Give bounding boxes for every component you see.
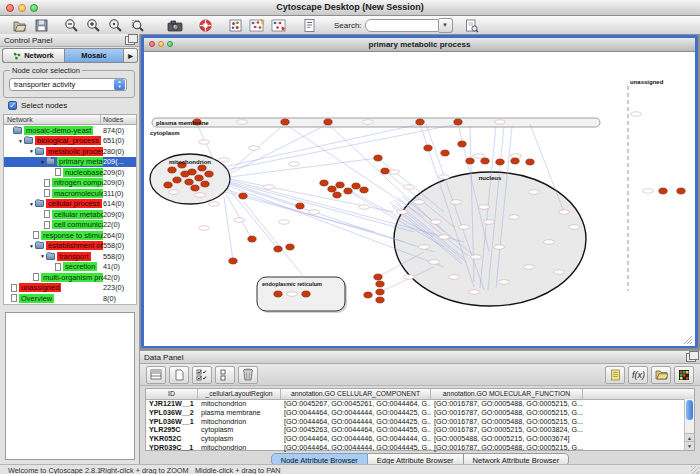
network-node[interactable] [302,291,310,297]
table-cell[interactable]: YPL036W__2 [146,409,198,418]
table-cell[interactable]: [GO:0044464, GO:0044444, GO:0044425, G..… [281,409,431,418]
tree-column-nodes[interactable]: Nodes [101,115,136,124]
annotation-icon[interactable] [298,17,320,33]
tree-item-label[interactable]: primary metabo [57,157,103,166]
tree-item-label[interactable]: nucleobase- [63,168,103,177]
column-header-id[interactable]: ID [146,389,198,399]
network-node[interactable] [191,185,199,191]
scroll-down-icon[interactable]: ▼ [685,441,694,450]
table-cell[interactable]: [GO:0005488, GO:0005215, GO:0003674] [431,435,583,444]
table-row[interactable]: YKR052Ccytoplasm[GO:0044464, GO:0044446,… [146,435,694,444]
network-node[interactable] [526,159,534,165]
node-color-select[interactable]: transporter activity ▲▼ [9,78,127,91]
table-cell[interactable]: [GO:0044464, GO:0044444, GO:0044425, G..… [281,418,431,427]
node-label[interactable] [451,200,462,204]
table-cell[interactable]: [GO:0044464, GO:0044446, GO:0044444, G..… [281,435,431,444]
tree-row[interactable]: ▼mosaic-demo-yeast874(0) [4,125,136,136]
tree-row[interactable]: nitrogen compo209(0) [4,178,136,189]
expand-triangle-icon[interactable]: ▼ [28,201,35,207]
tree-item-label[interactable]: multi-organism pro [41,273,103,282]
search-dropdown-icon[interactable]: ▼ [439,18,453,33]
node-label[interactable] [554,270,565,274]
network-node[interactable] [344,188,352,194]
table-cell[interactable]: [GO:0044464, GO:0044444, GO:0044445, G..… [281,444,431,453]
node-label[interactable] [195,193,206,197]
network-node[interactable] [466,158,474,164]
network-node[interactable] [333,192,341,198]
tree-item-label[interactable]: biological_process [35,136,101,145]
node-label[interactable] [509,215,520,219]
network-node[interactable] [198,165,206,171]
node-label[interactable] [479,205,490,209]
tree-row[interactable]: secretion41(0) [4,262,136,273]
select-nodes-checkbox[interactable]: ✓ [8,101,17,110]
table-cell[interactable]: [GO:0016787, GO:0005488, GO:0005215, G..… [431,400,583,409]
node-label[interactable] [449,275,460,279]
network-node[interactable] [374,155,382,161]
node-label[interactable] [419,245,430,249]
tree-row[interactable]: ▼primary metabo209(... [4,157,136,168]
tree-item-label[interactable]: Overview [19,294,54,303]
node-label[interactable] [404,275,415,279]
table-cell[interactable]: [GO:0045263, GO:0044464, GO:0044455, G..… [281,426,431,435]
edge[interactable] [226,194,252,239]
node-label[interactable] [404,185,415,189]
tab-mosaic[interactable]: Mosaic [64,48,124,63]
table-cell[interactable]: mitochondrion [198,400,281,409]
node-label[interactable] [643,189,654,193]
table-cell[interactable]: YLR295C [146,426,198,435]
tree-item-label[interactable]: metabolic process [46,147,103,156]
tree-row[interactable]: ▼establishment of lo558(0) [4,241,136,252]
birdseye-view[interactable] [5,312,135,460]
node-label[interactable] [234,218,245,222]
expand-triangle-icon[interactable]: ▼ [17,138,24,144]
table-cell[interactable]: [GO:0016787, GO:0005488, GO:0005215, G..… [431,409,583,418]
window-resize-grip[interactable] [691,466,699,474]
node-label[interactable] [494,245,505,249]
destroy-view-icon[interactable] [268,17,290,33]
tab-network[interactable]: Network [2,48,64,63]
node-label[interactable] [495,120,506,124]
snapshot-icon[interactable] [164,17,186,33]
node-label[interactable] [439,235,450,239]
node-label[interactable] [279,220,290,224]
network-node[interactable] [360,187,368,193]
tree-item-label[interactable]: secretion [63,262,97,271]
table-mode-icon[interactable] [146,366,166,384]
new-attribute-icon[interactable] [169,366,189,384]
tree-row[interactable]: ▼metabolic process280(0) [4,146,136,157]
table-row[interactable]: YJR121W__1mitochondrion[GO:0045267, GO:0… [146,400,694,409]
network-node[interactable] [364,292,372,298]
node-label[interactable] [169,190,180,194]
network-node[interactable] [511,158,519,164]
tree-row[interactable]: response to stimul264(0) [4,230,136,241]
node-label[interactable] [219,158,230,162]
matrix-icon[interactable] [674,366,694,384]
network-canvas[interactable]: plasma membrane cytoplasm mitochondrion … [144,52,695,346]
tree-row[interactable]: ▼biological_process651(0) [4,136,136,147]
network-node[interactable] [481,158,489,164]
tree-row[interactable]: unassigned223(0) [4,283,136,294]
network-node[interactable] [381,168,389,174]
network-node[interactable] [496,159,504,165]
attribute-editor-icon[interactable] [605,366,625,384]
expand-triangle-icon[interactable]: ▼ [28,243,35,249]
network-node[interactable] [416,119,424,125]
table-scrollbar[interactable]: ▲ ▼ [684,399,694,450]
mosaic-plugin-icon[interactable] [224,17,246,33]
network-node[interactable] [328,186,336,192]
search-input[interactable] [365,19,439,32]
node-label[interactable] [631,112,642,116]
table-cell[interactable]: [GO:0016787, GO:0005215, GO:0003824, G..… [431,426,583,435]
network-node[interactable] [168,167,176,173]
node-label[interactable] [569,225,580,229]
node-label[interactable] [209,202,220,206]
tree-row[interactable]: ▼cellular process614(0) [4,199,136,210]
tree-row[interactable]: Overview8(0) [4,293,136,304]
tree-column-network[interactable]: Network [4,115,101,124]
tree-item-label[interactable]: establishment of lo [46,241,103,250]
edge[interactable] [224,124,420,167]
column-header-region[interactable]: _cellularLayoutRegion [198,389,281,399]
network-node[interactable] [677,188,685,194]
table-row[interactable]: YDR039C__1mitochondrion[GO:0044464, GO:0… [146,444,694,453]
